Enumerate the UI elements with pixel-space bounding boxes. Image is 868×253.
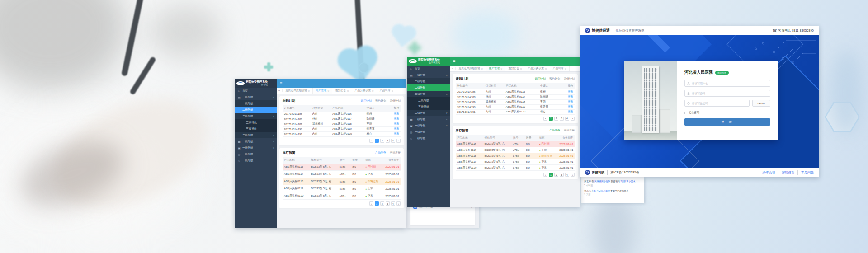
- collapse-tabs-icon[interactable]: «: [450, 67, 456, 70]
- sidebar-menu-item[interactable]: ⌂ 首页: [407, 66, 450, 72]
- plan-link[interactable]: 领用计划: [535, 77, 546, 81]
- sidebar-menu-item[interactable]: 三级导航: [235, 126, 277, 132]
- page-button[interactable]: 2: [554, 117, 558, 121]
- sidebar-menu-item[interactable]: ▤ 一级导航 ∧: [235, 94, 277, 100]
- stock-link[interactable]: 高值库存: [390, 150, 401, 155]
- workspace-tab[interactable]: 资质证件效期预警 ⊙: [456, 66, 486, 71]
- sidebar-menu-item[interactable]: 三级导航: [235, 119, 277, 126]
- sidebar-menu-item[interactable]: ▣ 一级导航 ∨: [235, 145, 277, 151]
- password-input[interactable]: [692, 92, 768, 95]
- plan-link[interactable]: 高值计划: [390, 99, 401, 103]
- sidebar-menu-item[interactable]: ◎ 一级导航: [407, 129, 450, 135]
- plan-link[interactable]: 预约计划: [549, 77, 560, 81]
- footer-link-keydriver[interactable]: 密钥驱动: [778, 170, 798, 175]
- sidebar-menu-item[interactable]: 三级导航: [407, 103, 450, 110]
- page-button[interactable]: 4: [391, 139, 395, 143]
- view-link[interactable]: 查看: [394, 117, 399, 120]
- page-button[interactable]: 1: [375, 201, 379, 206]
- sidebar-menu-item[interactable]: 二级导航 ∧: [235, 113, 277, 119]
- page-button[interactable]: ›: [571, 117, 575, 121]
- login-button[interactable]: 登 录: [684, 118, 770, 126]
- view-link[interactable]: 查看: [394, 132, 399, 135]
- page-button[interactable]: ‹: [369, 139, 373, 143]
- table-row[interactable]: 20171001A190 内科 ABS床头柜0119 李天翼 查看: [456, 104, 575, 109]
- view-link[interactable]: 查看: [394, 122, 399, 125]
- notification-link[interactable]: 5 月日常小需求: [594, 189, 610, 192]
- sidebar-menu-item[interactable]: 二级导航: [235, 100, 277, 107]
- table-row[interactable]: 20171001A188 外科 ABS床头柜0117 陈丽珊 查看: [456, 94, 575, 99]
- table-row[interactable]: 20171001A186 内科 ABS床头柜0116 李程 查看: [283, 112, 401, 117]
- notification-item[interactable]: 付小小 在 5 月日常小需求 更新至已发布状态 3 天前: [584, 188, 642, 197]
- sidebar-menu-item[interactable]: 二级导航: [407, 78, 450, 84]
- sidebar-menu-item[interactable]: 二级导航 ∧: [407, 91, 450, 97]
- table-row[interactable]: ABS床头柜0119 BCS33型 5孔, 右 o78o 8.0 ●正常 202…: [456, 159, 575, 165]
- sidebar-menu-item[interactable]: ▦ 一级导航 ∨: [407, 116, 450, 122]
- workspace-tab[interactable]: 产品分类设置 ⊙: [352, 88, 377, 94]
- hamburger-menu-icon[interactable]: ≡: [453, 59, 455, 63]
- table-row[interactable]: 20171001A191 内科 ABS床头柜0120 程心 查看: [283, 131, 401, 136]
- footer-link-faq[interactable]: 常见问题: [798, 170, 814, 175]
- username-input[interactable]: [692, 82, 768, 85]
- view-link[interactable]: 查看: [394, 127, 399, 130]
- page-button[interactable]: 4: [565, 173, 569, 177]
- footer-link-help[interactable]: 操作说明: [759, 170, 778, 175]
- sidebar-menu-item[interactable]: 三级导航: [407, 97, 450, 103]
- page-button[interactable]: 4: [565, 117, 569, 121]
- table-row[interactable]: ABS床头柜0120 BCS33型 5孔, 右 o78o 8.0 ●正常 202…: [283, 192, 401, 200]
- sidebar-menu-item[interactable]: ◎ 一级导航: [235, 151, 277, 157]
- sidebar-menu-item[interactable]: 二级导航: [235, 107, 277, 113]
- page-button[interactable]: 3: [560, 117, 564, 121]
- table-row[interactable]: ABS床头柜0120 BCS33型 5孔, 右 o78o 8.0 ●正常 202…: [456, 165, 575, 171]
- view-link[interactable]: 查看: [568, 105, 573, 108]
- page-button[interactable]: ‹: [369, 201, 373, 206]
- table-row[interactable]: 20171001A186 内科 ABS床头柜0116 李程 查看: [456, 89, 575, 94]
- workspace-tab[interactable]: 用户管理 ⊙: [313, 88, 332, 94]
- plan-link[interactable]: 高值计划: [564, 77, 575, 81]
- sidebar-menu-item[interactable]: △ 一级导航: [407, 135, 450, 141]
- view-link[interactable]: 查看: [394, 112, 399, 115]
- remember-checkbox[interactable]: [684, 112, 687, 114]
- stock-link[interactable]: 产品库存: [549, 128, 560, 132]
- page-button[interactable]: 1: [549, 173, 553, 177]
- sidebar-menu-item[interactable]: ▦ 一级导航 ∨: [235, 138, 277, 145]
- collapse-tabs-icon[interactable]: «: [277, 89, 283, 92]
- page-button[interactable]: 3: [386, 201, 390, 206]
- sidebar-menu-item[interactable]: ▤ 一级导航 ∧: [407, 72, 450, 78]
- hamburger-menu-icon[interactable]: ≡: [280, 81, 282, 85]
- table-row[interactable]: ABS床头柜0116 BCS33型 5孔, 右 o78o 8.0 ●已过期 20…: [283, 164, 401, 171]
- page-button[interactable]: ‹: [543, 173, 547, 177]
- table-row[interactable]: 20171001A189 耳鼻喉科 ABS床头柜0118 王萌 查看: [283, 122, 401, 126]
- table-row[interactable]: 20171001A191 内科 ABS床头柜0120 程心 查看: [456, 109, 575, 114]
- view-link[interactable]: 查看: [568, 100, 573, 103]
- page-button[interactable]: 1: [375, 139, 379, 143]
- table-row[interactable]: ABS床头柜0116 BCS33型 5孔, 右 o78o 8.0 ●已过期 20…: [456, 141, 575, 147]
- notification-link[interactable]: 风锦精英小分队: [594, 180, 610, 183]
- page-button[interactable]: 2: [380, 139, 384, 143]
- table-row[interactable]: 20171001A189 耳鼻喉科 ABS床头柜0118 王萌 查看: [456, 99, 575, 104]
- table-row[interactable]: ABS床头柜0117 BCS33型 5孔, 右 o78o 8.0 ●正常 202…: [283, 171, 401, 178]
- workspace-tab[interactable]: 用户管理 ⊙: [486, 66, 505, 71]
- workspace-tab[interactable]: 通知公告 ⊙: [332, 88, 352, 94]
- sidebar-menu-item[interactable]: ▣ 一级导航 ∨: [407, 122, 450, 129]
- sidebar-menu-item[interactable]: 二级导航 ∨: [235, 132, 277, 138]
- page-button[interactable]: ‹: [543, 117, 547, 121]
- notification-item[interactable]: 朱老师 在 风锦精英小分队 新建项目 5月日常小需求 5 小时前: [584, 179, 642, 188]
- workspace-tab[interactable]: 产品分类设置 ⊙: [525, 66, 550, 71]
- notification-link[interactable]: 5月日常小需求: [621, 180, 636, 183]
- captcha-input[interactable]: [692, 102, 747, 105]
- workspace-tab[interactable]: 资质证件效期预警 ⊙: [283, 88, 313, 94]
- table-row[interactable]: 20171001A190 内科 ABS床头柜0119 李天翼 查看: [283, 126, 401, 131]
- view-link[interactable]: 查看: [568, 95, 573, 98]
- sidebar-menu-item[interactable]: △ 一级导航: [235, 157, 277, 164]
- page-button[interactable]: 1: [549, 117, 553, 121]
- sidebar-menu-item[interactable]: ⌂ 首页: [235, 88, 277, 94]
- plan-link[interactable]: 领用计划: [361, 99, 372, 103]
- workspace-tab[interactable]: 产品出库 ⊙: [550, 66, 570, 71]
- page-button[interactable]: ›: [396, 139, 401, 143]
- page-button[interactable]: 3: [386, 139, 390, 143]
- page-button[interactable]: 4: [391, 201, 395, 206]
- table-row[interactable]: ABS床头柜0118 BCS33型 5孔, 右 o78o 8.0 ●即将过期 2…: [283, 178, 401, 185]
- plan-link[interactable]: 预约计划: [375, 99, 386, 103]
- table-row[interactable]: ABS床头柜0117 BCS33型 5孔, 右 o78o 8.0 ●正常 202…: [456, 147, 575, 153]
- table-row[interactable]: ABS床头柜0118 BCS33型 5孔, 右 o78o 8.0 ●即将过期 2…: [456, 153, 575, 159]
